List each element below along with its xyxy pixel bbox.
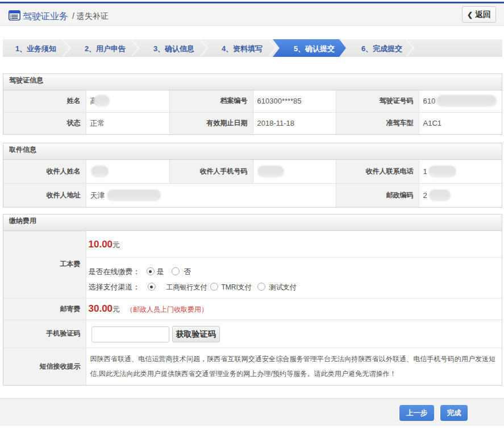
svg-text:2、用户申告: 2、用户申告	[85, 44, 126, 53]
svg-text:6、完成提交: 6、完成提交	[361, 44, 402, 53]
svg-text:5、确认提交: 5、确认提交	[294, 44, 335, 53]
svg-text:4、资料填写: 4、资料填写	[222, 44, 263, 53]
svg-text:3、确认信息: 3、确认信息	[153, 44, 194, 53]
svg-text:1、业务须知: 1、业务须知	[15, 44, 56, 53]
